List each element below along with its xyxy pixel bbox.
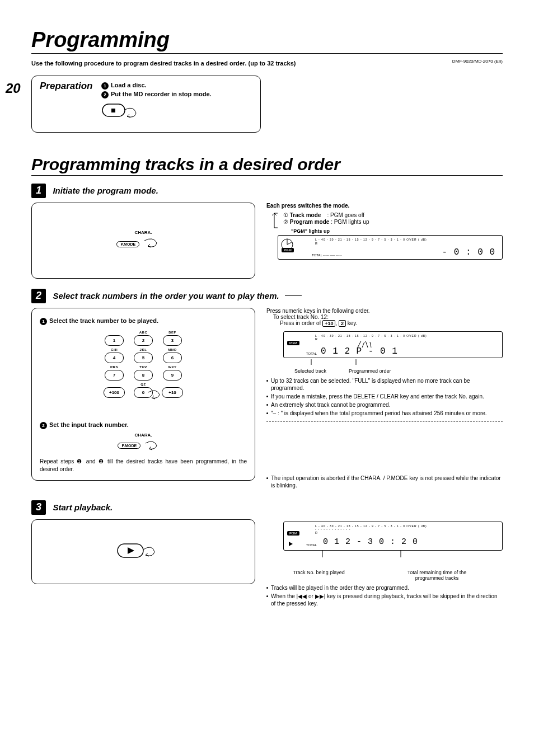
- svg-rect-1: [111, 109, 115, 112]
- prep-step-2-label: Put the MD recorder in stop mode.: [111, 91, 212, 97]
- step2-notes: Up to 32 tracks can be selected. "FULL" …: [266, 377, 503, 417]
- display-value-3: 0 1 2 - 3 0 : 2 0: [323, 537, 418, 547]
- pmode-button: P.MODE: [116, 241, 139, 247]
- note-order: Tracks will be played in the order they …: [266, 584, 503, 591]
- callout-remaining: Total remaining time of the programmed t…: [398, 570, 476, 581]
- display-panel-2: PGM L - 40 - 30 - 21 - 18 - 15 - 12 - 9 …: [283, 331, 503, 358]
- blink-icon: [357, 340, 372, 349]
- display-panel-1: PGM L - 40 - 30 - 21 - 18 - 15 - 12 - 9 …: [278, 235, 503, 260]
- callout-selected: Selected track: [294, 368, 326, 374]
- pgm-badge: PGM: [287, 341, 299, 345]
- key-plus100[interactable]: +100: [104, 387, 125, 398]
- program-mode-label: Program mode: [290, 219, 330, 225]
- key-9[interactable]: 9: [163, 370, 182, 381]
- r-line3: Press in order of +10, 2 key.: [280, 320, 503, 327]
- display-time: - 0 : 0 0: [442, 247, 495, 257]
- db-scale: L - 40 - 30 - 21 - 18 - 15 - 12 - 9 - 7 …: [315, 238, 498, 241]
- key-0[interactable]: 0: [134, 387, 153, 398]
- track-mode-label: Track mode: [290, 212, 321, 218]
- step3-notes: Tracks will be played in the order they …: [266, 584, 503, 607]
- r-line2: To select track No. 12:: [273, 314, 503, 320]
- key-6[interactable]: 6: [163, 353, 182, 363]
- pmode-button-2: P.MODE: [118, 443, 140, 449]
- note-256: "– : " is displayed when the total progr…: [266, 410, 503, 417]
- note-skip: When the |◀◀ or ▶▶| key is pressed durin…: [266, 593, 503, 607]
- repeat-note: Repeat steps ❶ and ❷ till the desired tr…: [40, 458, 247, 473]
- track-mode-desc: : PGM goes off: [327, 212, 365, 218]
- note-abort: The input operation is aborted if the CH…: [266, 475, 503, 489]
- doc-code: DMF-9020/MD-2070 (En): [452, 59, 503, 64]
- chara-label: CHARA.: [116, 230, 170, 235]
- program-mode-desc: : PGM lights up: [331, 219, 369, 225]
- key-2[interactable]: 2: [134, 335, 153, 346]
- step-2-title: Select track numbers in the order you wa…: [53, 291, 279, 300]
- key-4[interactable]: 4: [105, 353, 124, 363]
- r-line1: Press numeric keys in the following orde…: [266, 308, 503, 314]
- note-short: An extremely shot track cannot be progra…: [266, 401, 503, 408]
- intro-text: Use the following procedure to program d…: [31, 59, 503, 68]
- prep-step-1: 1Load a disc.: [101, 82, 252, 90]
- play-diagram: [31, 519, 255, 584]
- page-title: Programming: [31, 28, 503, 52]
- callout-lines-3: [300, 551, 468, 560]
- mode-list: ① Track mode : PGM goes off ② Program mo…: [283, 212, 503, 225]
- rule: [31, 53, 503, 54]
- callout-order: Programmed order: [349, 368, 391, 374]
- note-full: Up to 32 tracks can be selected. "FULL" …: [266, 377, 503, 392]
- step-badge-1: 1: [31, 184, 46, 198]
- note-delete: If you made a mistake, press the DELETE …: [266, 393, 503, 400]
- step-3-title: Start playback.: [53, 503, 113, 512]
- play-icon: [288, 541, 294, 547]
- key-7[interactable]: 7: [105, 370, 124, 381]
- press-arrow-icon: [142, 235, 170, 251]
- step2-note-2: The input operation is aborted if the CH…: [266, 475, 503, 489]
- key-8[interactable]: 8: [134, 370, 153, 381]
- display-panel-3: PGM L - 40 - 30 - 21 - 18 - 15 - 12 - 9 …: [283, 522, 503, 551]
- step-badge-2: 2: [31, 289, 46, 303]
- callout-lines: [283, 359, 367, 367]
- pgm-badge: PGM: [282, 248, 294, 252]
- pgm-lights-label: "PGM" lights up: [291, 228, 503, 234]
- stop-button-diagram: [101, 102, 252, 124]
- total-label: TOTAL: [306, 352, 317, 355]
- page-number: 20: [6, 81, 21, 96]
- section-title: Programming tracks in a desired order: [31, 155, 503, 174]
- total-label: TOTAL ----- ----- -----: [312, 253, 342, 257]
- step1-left-diagram: CHARA. P.MODE: [31, 203, 255, 279]
- step-1-title: Initiate the program mode.: [53, 186, 158, 195]
- callout-track-no: Track No. being played: [293, 570, 344, 581]
- total-label: TOTAL: [306, 543, 317, 547]
- sub2-label: Set the input track number.: [49, 421, 129, 428]
- key-5[interactable]: 5: [134, 353, 153, 363]
- chara-label-2: CHARA.: [40, 433, 247, 438]
- bracket-icon: [272, 212, 280, 229]
- key-plus10[interactable]: +10: [162, 387, 183, 398]
- dashed-rule: [266, 421, 503, 422]
- numeric-keypad: 1 ABC2 DEF3 GHI4 JKL5 MNO6 PRS7 TUV8 WXY…: [40, 331, 247, 398]
- step2-left-box: 1Select the track number to be played. 1…: [31, 308, 255, 481]
- sub1-label: Select the track number to be played.: [49, 317, 158, 324]
- prep-step-1-label: Load a disc.: [111, 82, 147, 88]
- mode-heading: Each press switches the mode.: [266, 203, 503, 209]
- prep-step-2: 2Put the MD recorder in stop mode.: [101, 91, 252, 98]
- pgm-badge: PGM: [287, 531, 299, 536]
- rule-2: [31, 175, 503, 176]
- press-arrow-icon: [143, 438, 169, 452]
- key-3[interactable]: 3: [163, 335, 182, 346]
- step-badge-3: 3: [31, 500, 46, 515]
- preparation-box: Preparation 1Load a disc. 2Put the MD re…: [31, 76, 261, 133]
- key-1[interactable]: 1: [105, 335, 124, 346]
